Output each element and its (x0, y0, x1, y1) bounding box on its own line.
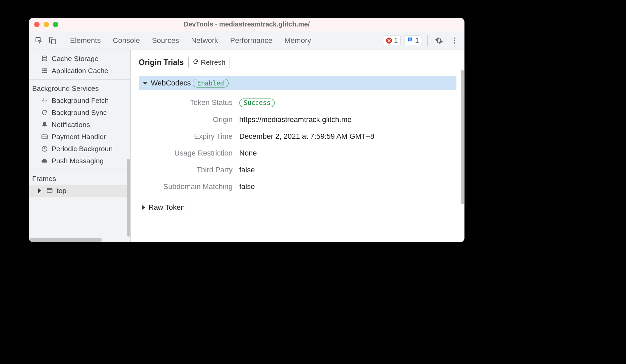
sidebar-item-background-fetch[interactable]: Background Fetch (29, 95, 130, 107)
svg-rect-10 (44, 68, 47, 69)
sidebar-item-label: Background Sync (52, 109, 107, 117)
svg-point-7 (454, 42, 455, 44)
origin-trials-panel: Origin Trials Refresh WebCodecs Enabled … (131, 50, 464, 242)
svg-rect-9 (42, 68, 44, 69)
sidebar-separator (29, 79, 130, 80)
sidebar-item-periodic-background-sync[interactable]: Periodic Backgroun (29, 143, 130, 155)
card-icon (41, 133, 48, 140)
label-expiry: Expiry Time (139, 132, 239, 141)
issues-count-pill[interactable]: 1 (404, 36, 422, 45)
sidebar-item-application-cache[interactable]: Application Cache (29, 65, 130, 77)
sidebar-item-label: Application Cache (52, 67, 108, 75)
tab-console[interactable]: Console (113, 36, 140, 45)
origin-trials-title: Origin Trials (139, 58, 184, 67)
sidebar-item-background-sync[interactable]: Background Sync (29, 107, 130, 119)
sidebar-separator (29, 170, 130, 170)
sidebar-item-label: Periodic Backgroun (52, 145, 113, 153)
refresh-button[interactable]: Refresh (188, 57, 230, 68)
sidebar-item-label: Background Fetch (52, 97, 109, 105)
sidebar-item-frame-top[interactable]: top (29, 185, 130, 197)
row-subdomain-matching: Subdomain Matching false (139, 178, 456, 195)
refresh-icon (193, 58, 199, 66)
trial-row-webcodecs[interactable]: WebCodecs Enabled (139, 76, 456, 90)
value-usage-restriction: None (239, 149, 257, 158)
cloud-icon (41, 158, 48, 164)
main-vertical-scrollbar[interactable] (461, 70, 464, 204)
row-expiry: Expiry Time December 2, 2021 at 7:59:59 … (139, 128, 456, 145)
value-origin: https://mediastreamtrack.glitch.me (239, 115, 352, 124)
inspect-element-icon[interactable] (33, 35, 45, 47)
minimize-window-button[interactable] (44, 22, 49, 27)
value-third-party: false (239, 166, 255, 174)
device-toolbar-icon[interactable] (46, 35, 58, 47)
devtools-window: DevTools - mediastreamtrack.glitch.me/ E… (29, 18, 464, 242)
svg-rect-13 (42, 72, 44, 73)
svg-rect-4 (409, 39, 411, 40)
refresh-label: Refresh (201, 58, 226, 66)
error-icon (386, 38, 392, 44)
svg-rect-3 (409, 39, 411, 39)
svg-rect-2 (52, 39, 55, 44)
sidebar-item-cache-storage[interactable]: Cache Storage (29, 53, 130, 65)
svg-rect-14 (44, 72, 47, 73)
sidebar-heading-background-services: Background Services (29, 82, 130, 95)
svg-rect-18 (47, 188, 52, 192)
traffic-lights (34, 22, 58, 27)
window-title: DevTools - mediastreamtrack.glitch.me/ (29, 20, 464, 28)
tab-network[interactable]: Network (191, 36, 218, 45)
svg-point-5 (454, 38, 455, 39)
trial-status-badge: Enabled (193, 79, 228, 87)
value-expiry: December 2, 2021 at 7:59:59 AM GMT+8 (239, 132, 374, 141)
tab-sources[interactable]: Sources (152, 36, 179, 45)
origin-trials-header: Origin Trials Refresh (139, 57, 456, 68)
row-token-status: Token Status Success (139, 94, 456, 111)
bell-icon (41, 121, 48, 128)
value-subdomain-matching: false (239, 182, 255, 191)
sidebar-item-push-messaging[interactable]: Push Messaging (29, 155, 130, 167)
row-usage-restriction: Usage Restriction None (139, 145, 456, 162)
more-options-icon[interactable] (448, 35, 460, 47)
row-origin: Origin https://mediastreamtrack.glitch.m… (139, 111, 456, 128)
devtools-tabs: Elements Console Sources Network Perform… (70, 36, 311, 45)
expand-icon (38, 188, 41, 193)
close-window-button[interactable] (34, 22, 40, 27)
trial-name: WebCodecs (151, 79, 191, 87)
svg-point-6 (454, 40, 455, 41)
sidebar-item-label: Payment Handler (52, 133, 106, 141)
fetch-icon (41, 97, 48, 104)
sidebar-heading-frames: Frames (29, 173, 130, 185)
trial-details-table: Token Status Success Origin https://medi… (139, 94, 456, 195)
sidebar-item-label: Notifications (52, 121, 90, 129)
expand-icon (142, 205, 145, 210)
maximize-window-button[interactable] (53, 22, 58, 27)
clock-icon (41, 145, 48, 152)
svg-rect-12 (44, 70, 47, 71)
issues-count: 1 (415, 37, 419, 44)
error-count-pill[interactable]: 1 (383, 36, 401, 45)
toolbar-right: 1 1 (383, 35, 460, 47)
label-usage-restriction: Usage Restriction (139, 149, 239, 158)
raw-token-row[interactable]: Raw Token (142, 203, 456, 212)
database-icon (41, 55, 48, 62)
issues-icon (407, 37, 413, 44)
tab-memory[interactable]: Memory (285, 36, 311, 45)
settings-icon[interactable] (433, 35, 445, 47)
tab-performance[interactable]: Performance (230, 36, 272, 45)
raw-token-label: Raw Token (148, 203, 185, 212)
label-token-status: Token Status (139, 98, 239, 107)
token-status-badge: Success (239, 99, 275, 107)
label-origin: Origin (139, 115, 239, 124)
toolbar-separator (427, 35, 428, 46)
sidebar-item-notifications[interactable]: Notifications (29, 119, 130, 131)
titlebar: DevTools - mediastreamtrack.glitch.me/ (29, 18, 464, 31)
sidebar-item-label: Cache Storage (52, 55, 99, 63)
frame-icon (46, 187, 53, 194)
sidebar-horizontal-scrollbar[interactable] (29, 238, 102, 242)
svg-rect-11 (42, 70, 44, 71)
svg-rect-15 (42, 135, 48, 139)
sidebar-vertical-scrollbar[interactable] (127, 159, 130, 237)
label-subdomain-matching: Subdomain Matching (139, 182, 239, 191)
sidebar-item-payment-handler[interactable]: Payment Handler (29, 131, 130, 143)
tab-elements[interactable]: Elements (70, 36, 101, 45)
grid-icon (41, 68, 48, 74)
